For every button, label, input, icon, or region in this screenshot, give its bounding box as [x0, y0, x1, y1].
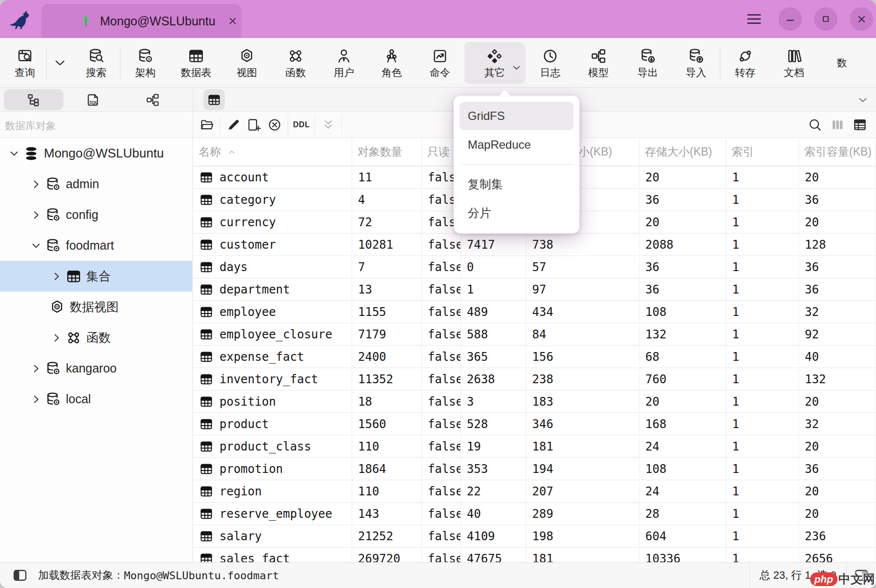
table-row[interactable]: department13false19736136	[193, 278, 876, 301]
toolbar-dump-button[interactable]: 转存	[721, 42, 770, 84]
others-dropdown-menu: GridFSMapReduce复制集分片	[454, 96, 579, 234]
column-header-label: 索引	[732, 144, 754, 159]
table-row[interactable]: days7false05736136	[193, 256, 876, 278]
tab-close-icon[interactable]	[226, 15, 239, 27]
toolbar-query-button[interactable]: 查询	[4, 42, 46, 84]
ddl-button[interactable]: DDL	[293, 115, 310, 135]
delete-circle-icon	[267, 118, 282, 132]
toolbar-new-object-button[interactable]	[47, 42, 73, 84]
toolbar-search-button[interactable]: 搜索	[73, 42, 119, 84]
icons-view-button[interactable]	[829, 115, 846, 135]
delete-button[interactable]	[266, 115, 283, 135]
cell-objects: 13	[352, 278, 422, 300]
cell-index_size: 20	[799, 391, 876, 412]
table-row[interactable]: product_class110false1918124120	[193, 435, 876, 458]
tab-model[interactable]	[123, 89, 182, 110]
toolbar-import-button[interactable]: 导入	[673, 42, 719, 84]
toolbar-export-button[interactable]: 导出	[623, 42, 673, 84]
column-header-6[interactable]: 存储大小(KB)	[639, 138, 726, 166]
tree-item-label: foodmart	[66, 238, 114, 253]
object-filter-input[interactable]: 数据库对象	[5, 119, 56, 133]
tree-item-local[interactable]: local	[0, 384, 192, 414]
maximize-button[interactable]	[814, 7, 837, 31]
toolbar-commands-button[interactable]: 命令	[416, 42, 464, 84]
table-row[interactable]: sales_fact269720false476751811033612656	[193, 548, 876, 562]
cell-indexes: 1	[726, 391, 799, 412]
search-icon	[808, 118, 822, 132]
column-header-7[interactable]: 索引	[726, 138, 799, 166]
tab-collections-grid[interactable]	[203, 89, 225, 110]
toolbar-users-button[interactable]: 用户	[320, 42, 368, 84]
chevron-down-icon[interactable]	[8, 147, 20, 160]
toolbar-tables-button[interactable]: 数据表	[170, 42, 222, 84]
toolbar-others-button[interactable]: 其它	[464, 42, 525, 84]
detail-view-icon	[853, 118, 867, 132]
tree-item--[interactable]: 函数	[0, 322, 192, 353]
chevron-right-icon[interactable]	[30, 178, 42, 191]
menu-item-复制集[interactable]: 复制集	[459, 170, 574, 198]
minimize-button[interactable]	[778, 7, 802, 31]
menu-item-mapreduce[interactable]: MapReduce	[459, 131, 574, 159]
cell-index_size: 92	[799, 323, 876, 345]
table-row[interactable]: employee1155false489434108132	[193, 301, 876, 323]
column-header-8[interactable]: 索引容量(KB)	[799, 138, 876, 166]
tree-item--[interactable]: 集合	[0, 261, 192, 292]
tree-item-foodmart[interactable]: foodmart	[0, 230, 192, 261]
cell-name: promotion	[193, 458, 352, 480]
new-button[interactable]	[245, 115, 263, 135]
table-row[interactable]: inventory_fact11352false26382387601132	[193, 368, 876, 391]
cell-readonly: false	[422, 301, 461, 323]
cell-name: employee	[193, 301, 352, 323]
chevron-right-icon[interactable]	[30, 362, 42, 375]
view-mode-buttons	[804, 112, 871, 137]
table-row[interactable]: promotion1864false353194108136	[193, 458, 876, 480]
table-row[interactable]: region110false2220724120	[193, 480, 876, 503]
table-row[interactable]: expense_fact2400false36515668140	[193, 346, 876, 368]
chevron-right-icon[interactable]	[30, 209, 42, 221]
chevron-right-icon[interactable]	[50, 270, 63, 283]
menu-item-gridfs[interactable]: GridFS	[459, 102, 574, 130]
toolbar-roles-button[interactable]: 角色	[368, 42, 416, 84]
column-header-1[interactable]: 名称	[193, 138, 352, 166]
table-row[interactable]: reserve_employee143false4028928120	[193, 503, 876, 525]
tree-item-mongo-wslubuntu[interactable]: Mongo@WSLUbuntu	[0, 138, 192, 169]
toolbar-functions-button[interactable]: 函数	[271, 42, 320, 84]
chevron-right-icon[interactable]	[50, 332, 63, 344]
collapse-toolbar-chevron-icon[interactable]	[856, 94, 869, 106]
table-row[interactable]: position18false318320120	[193, 391, 876, 413]
search-button[interactable]	[806, 115, 824, 135]
detail-view-button[interactable]	[851, 115, 869, 135]
connection-tab[interactable]: Mongo@WSLUbuntu	[41, 4, 241, 38]
model-icon	[590, 47, 607, 65]
design-button[interactable]	[225, 115, 242, 135]
toolbar-logs-button[interactable]: 日志	[526, 42, 574, 84]
toolbar-views-button[interactable]: 视图	[222, 42, 271, 84]
more-button[interactable]	[319, 115, 337, 135]
database-icon	[45, 176, 61, 192]
table-row[interactable]: customer10281false741773820881128	[193, 234, 876, 256]
tab-sql[interactable]: SQL	[63, 89, 123, 110]
toolbar-clipped-button[interactable]: 数	[818, 42, 865, 84]
table-row[interactable]: salary21252false41091986041236	[193, 525, 876, 548]
table-row[interactable]: employee_closure7179false58884132192	[193, 323, 876, 346]
collection-icon	[199, 552, 214, 563]
tab-objects[interactable]	[4, 89, 63, 110]
chevron-down-icon[interactable]	[30, 239, 42, 252]
menu-icon[interactable]	[745, 11, 763, 27]
tree-item-admin[interactable]: admin	[0, 169, 192, 199]
menu-item-分片[interactable]: 分片	[459, 199, 574, 227]
collection-name: days	[219, 260, 248, 274]
tree-item-config[interactable]: config	[0, 199, 192, 230]
open-button[interactable]	[198, 115, 216, 135]
tree-item-kangaroo[interactable]: kangaroo	[0, 353, 192, 384]
tree-item--[interactable]: 数据视图	[0, 292, 192, 322]
table-row[interactable]: product1560false528346168132	[193, 413, 876, 435]
cell-index_size: 20	[799, 503, 876, 525]
close-button[interactable]	[850, 7, 873, 31]
column-header-2[interactable]: 对象数量	[352, 138, 422, 166]
toolbar-schema-button[interactable]: 架构	[121, 42, 170, 84]
chevron-right-icon[interactable]	[30, 393, 42, 406]
toggle-left-pane-icon[interactable]	[11, 568, 29, 583]
toolbar-models-button[interactable]: 模型	[574, 42, 623, 84]
toolbar-docs-button[interactable]: 文档	[770, 42, 818, 84]
